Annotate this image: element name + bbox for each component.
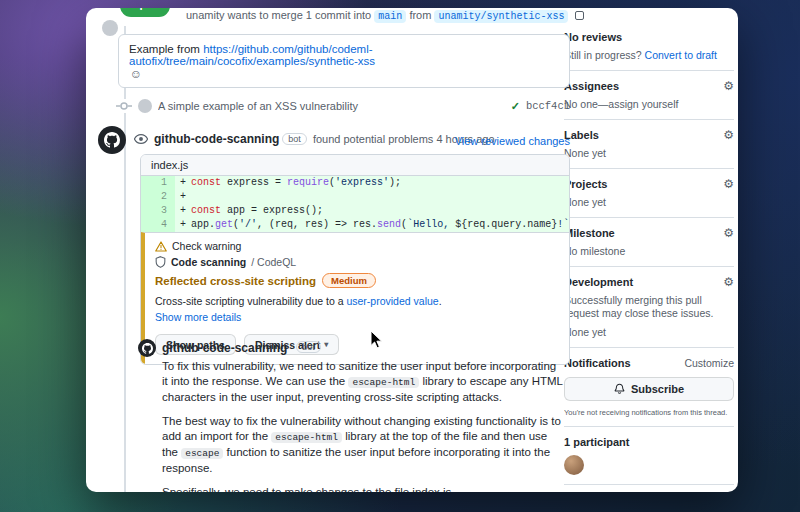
check-warning-label: Check warning — [172, 240, 241, 252]
diff-line-number[interactable]: 4 — [141, 218, 175, 232]
alert-description-period: . — [439, 295, 442, 307]
projects-gear-icon[interactable]: ⚙ — [723, 178, 734, 190]
assignees-gear-icon[interactable]: ⚙ — [723, 80, 734, 92]
subscribe-button[interactable]: Subscribe — [564, 377, 734, 401]
bot-name-link[interactable]: github-code-scanning — [154, 132, 279, 146]
bot-avatar[interactable] — [98, 126, 126, 154]
commit-author-avatar[interactable] — [138, 99, 152, 113]
milestone-empty: No milestone — [564, 245, 734, 257]
pr-description-comment: Example from https://github.com/github/c… — [118, 34, 570, 88]
smiley-icon: ☺ — [130, 67, 142, 81]
base-branch-link[interactable]: main — [374, 10, 406, 23]
milestone-section: Milestone ⚙ No milestone — [564, 218, 734, 267]
projects-title: Projects — [564, 178, 607, 190]
diff-filename[interactable]: index.js — [141, 155, 569, 176]
commit-sha-link[interactable]: bccf4c1 — [526, 100, 570, 112]
inline-code: escape — [181, 448, 223, 459]
git-commit-icon — [116, 99, 132, 113]
labels-gear-icon[interactable]: ⚙ — [723, 129, 734, 141]
pr-sidebar: No reviews Still in progress? Convert to… — [564, 22, 734, 492]
github-octocat-icon — [104, 132, 120, 148]
development-gear-icon[interactable]: ⚙ — [723, 276, 734, 288]
diff-line: 1+const express = require('express'); — [141, 176, 569, 190]
bot-comment-header: github-code-scanningbot — [138, 339, 324, 357]
diff-line-number[interactable]: 3 — [141, 204, 175, 218]
tool-name[interactable]: Code scanning — [171, 256, 246, 268]
diff-line: 4+app.get('/', (req, res) => res.send(`H… — [141, 218, 569, 232]
severity-badge: Medium — [322, 273, 376, 288]
participants-title: 1 participant — [564, 436, 734, 448]
diff-line-number[interactable]: 1 — [141, 176, 175, 190]
shield-icon — [155, 256, 166, 268]
development-description: Successfully merging this pull request m… — [564, 294, 734, 320]
assignees-title: Assignees — [564, 80, 619, 92]
head-branch-link[interactable]: unamity/synthetic-xss — [434, 10, 568, 23]
alert-title-row: Reflected cross-site scriptingMedium — [155, 274, 559, 289]
user-provided-value-link[interactable]: user-provided value — [346, 295, 438, 307]
assignees-empty[interactable]: No one—assign yourself — [564, 98, 734, 110]
add-reaction-button[interactable]: ☺ — [127, 66, 145, 82]
diff-add-marker: + — [175, 218, 191, 232]
diff-card: index.js 1+const express = require('expr… — [140, 154, 570, 365]
reviews-hint-text: Still in progress? — [564, 49, 645, 61]
review-event-header: github-code-scanningbot found potential … — [154, 132, 495, 146]
diff-add-marker: + — [175, 190, 191, 204]
customize-link[interactable]: Customize — [684, 357, 734, 369]
merge-summary-text: unamity wants to merge 1 commit into — [186, 9, 371, 21]
development-empty: None yet — [564, 326, 734, 338]
merge-summary: unamity wants to merge 1 commit into mai… — [186, 9, 584, 22]
milestone-gear-icon[interactable]: ⚙ — [723, 227, 734, 239]
bot-name-link[interactable]: github-code-scanning — [162, 341, 287, 355]
convert-to-draft-link[interactable]: Convert to draft — [645, 49, 717, 61]
alert-description-text: Cross-site scripting vulnerability due t… — [155, 295, 346, 307]
commit-check-icon[interactable]: ✓ — [511, 100, 520, 113]
notifications-note: You're not receiving notifications from … — [564, 408, 734, 417]
tool-row: Code scanning / CodeQL — [155, 256, 559, 268]
tool-suffix: / CodeQL — [251, 256, 296, 268]
labels-section: Labels ⚙ None yet — [564, 120, 734, 169]
reviews-title: No reviews — [564, 31, 734, 43]
bot-comment-body: To fix this vulnerability, we need to sa… — [162, 359, 564, 492]
copy-branch-icon[interactable] — [575, 11, 584, 20]
milestone-title: Milestone — [564, 227, 615, 239]
development-section: Development ⚙ Successfully merging this … — [564, 267, 734, 348]
view-reviewed-changes-link[interactable]: View reviewed changes — [455, 135, 570, 147]
diff-add-marker: + — [175, 204, 191, 218]
reviews-hint: Still in progress? Convert to draft — [564, 49, 734, 61]
commit-message[interactable]: A simple example of an XSS vulnerability — [158, 100, 505, 112]
alert-description: Cross-site scripting vulnerability due t… — [155, 295, 559, 307]
participant-avatar[interactable] — [564, 455, 584, 475]
inline-code: escape-html — [348, 377, 419, 388]
comment-paragraph: Specifically, we need to make changes to… — [162, 485, 564, 492]
diff-code: const express = require('express'); — [191, 176, 401, 190]
show-more-details-link[interactable]: Show more details — [155, 311, 241, 323]
diff-line: 2+ — [141, 190, 569, 204]
notifications-title: Notifications — [564, 357, 631, 369]
projects-empty: None yet — [564, 196, 734, 208]
assignees-section: Assignees ⚙ No one—assign yourself — [564, 71, 734, 120]
labels-empty: None yet — [564, 147, 734, 159]
alert-title[interactable]: Reflected cross-site scripting — [155, 275, 316, 287]
pr-timeline-column: Open unamity wants to merge 1 commit int… — [100, 8, 570, 492]
participants-section: 1 participant — [564, 427, 734, 485]
warning-triangle-icon — [155, 241, 167, 252]
diff-lines: 1+const express = require('express');2+3… — [141, 176, 569, 232]
description-text: Example from — [129, 43, 203, 55]
caret-down-icon: ▾ — [324, 340, 328, 349]
inline-code: escape-html — [271, 432, 342, 443]
check-warning-row: Check warning — [155, 240, 559, 252]
github-pr-window: Open unamity wants to merge 1 commit int… — [86, 8, 738, 492]
merge-summary-from: from — [409, 9, 431, 21]
lock-section: Lock conversation — [564, 485, 734, 492]
commit-row: A simple example of an XSS vulnerability… — [116, 98, 570, 114]
bell-icon — [614, 383, 625, 395]
development-title: Development — [564, 276, 633, 288]
reviews-section: No reviews Still in progress? Convert to… — [564, 22, 734, 71]
author-avatar[interactable] — [102, 20, 118, 36]
bot-badge: bot — [282, 133, 307, 145]
bot-avatar-small[interactable] — [138, 339, 156, 357]
pr-state-badge: Open — [120, 8, 170, 17]
comment-paragraph: To fix this vulnerability, we need to sa… — [162, 359, 564, 405]
diff-line-number[interactable]: 2 — [141, 190, 175, 204]
diff-line: 3+const app = express(); — [141, 204, 569, 218]
